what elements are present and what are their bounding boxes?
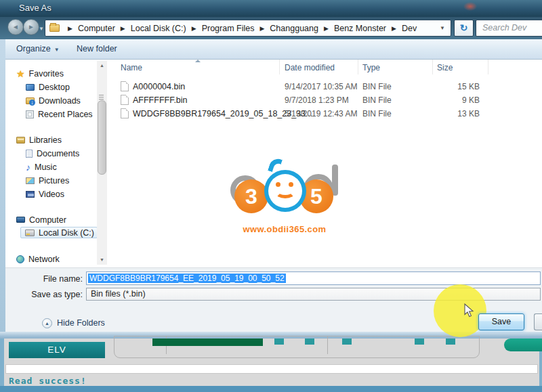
bin-file-icon	[121, 81, 129, 91]
forward-button[interactable]: ►	[23, 19, 39, 35]
nav-history-chevron-icon[interactable]: ▼	[39, 26, 44, 32]
dialog-titlebar: Save As	[0, 0, 542, 17]
videos-icon	[26, 191, 35, 198]
recent-places-icon	[26, 110, 34, 118]
organize-button[interactable]: Organize▼	[16, 39, 60, 59]
app-teal-button	[305, 339, 314, 345]
elv-tab[interactable]: ELV	[9, 342, 105, 358]
documents-icon	[26, 150, 33, 158]
sidebar-item-videos[interactable]: Videos	[26, 188, 64, 200]
save-button[interactable]: Save	[478, 313, 524, 330]
scroll-down-icon[interactable]: ▼	[97, 255, 107, 265]
app-teal-button	[274, 339, 284, 345]
app-progress-bar	[5, 364, 538, 374]
address-bar: ◄ ► ▼ ▶ Computer ▶ Local Disk (C:) ▶ Pro…	[0, 17, 542, 39]
app-window-border	[0, 339, 4, 392]
sidebar-scrollbar[interactable]: ▲ ▼	[97, 61, 107, 265]
watermark-digit-3: 3	[234, 179, 268, 213]
libraries-icon	[16, 137, 25, 144]
sidebar-item-desktop[interactable]: Desktop	[26, 81, 70, 93]
close-icon[interactable]	[463, 2, 477, 11]
breadcrumb-dropdown-icon[interactable]: ▼	[440, 25, 446, 31]
column-divider	[432, 60, 433, 74]
chevron-up-icon: ▲	[42, 318, 52, 328]
breadcrumb-dev[interactable]: Dev	[400, 24, 418, 33]
app-bottom-border	[0, 386, 542, 392]
file-name-input[interactable]: WDDGF8BB9BR179654_EE_2019_05_19_00_50_52	[86, 271, 541, 285]
scroll-up-icon[interactable]: ▲	[97, 61, 107, 70]
new-folder-button[interactable]: New folder	[77, 39, 117, 59]
sidebar-item-libraries[interactable]: Libraries	[16, 134, 62, 146]
sidebar-item-downloads[interactable]: Downloads	[26, 95, 81, 106]
hide-folders-button[interactable]: ▲ Hide Folders	[42, 317, 105, 329]
file-row[interactable]: WDDGF8BB9BR179654_2019_05_18_23_33... 5/…	[115, 107, 495, 121]
breadcrumb-separator-icon: ▶	[324, 25, 329, 32]
breadcrumb-changguang[interactable]: Changguang	[268, 24, 320, 33]
app-teal-button	[415, 339, 424, 345]
cancel-button-cutoff[interactable]	[534, 313, 542, 330]
refresh-button[interactable]: ↻	[454, 20, 474, 37]
desktop-icon	[26, 84, 35, 91]
breadcrumb-local-disk[interactable]: Local Disk (C:)	[129, 24, 188, 33]
dialog-title: Save As	[19, 3, 51, 13]
dialog-left-border	[0, 39, 5, 332]
sort-ascending-icon	[195, 60, 201, 62]
file-row[interactable]: A0000004.bin 9/14/2017 10:35 AM BIN File…	[115, 80, 495, 93]
app-teal-button	[342, 339, 352, 345]
downloads-icon	[26, 97, 35, 104]
scrollbar-thumb[interactable]	[98, 100, 106, 175]
bin-file-icon	[121, 108, 129, 118]
column-header-size[interactable]: Size	[437, 61, 453, 74]
pictures-icon	[26, 177, 35, 184]
breadcrumb-separator-icon: ▶	[121, 25, 125, 32]
sidebar-item-computer[interactable]: Computer	[16, 214, 66, 225]
status-message: Read success!	[9, 376, 87, 386]
save-as-type-label: Save as type:	[5, 288, 83, 301]
computer-icon	[16, 217, 25, 223]
sidebar-item-pictures[interactable]: Pictures	[26, 175, 69, 186]
organize-dropdown-icon: ▼	[54, 47, 60, 53]
mouse-cursor-icon	[463, 303, 474, 321]
column-header-date-modified[interactable]: Date modified	[285, 61, 335, 74]
disk-drive-icon	[25, 230, 35, 236]
breadcrumb-benz-monster[interactable]: Benz Monster	[333, 24, 388, 33]
sidebar-item-recent-places[interactable]: Recent Places	[26, 108, 93, 120]
column-divider	[279, 60, 280, 74]
watermark-url: www.obdii365.com	[230, 224, 339, 234]
breadcrumb-separator-icon: ▶	[68, 25, 72, 32]
file-name-label: File name:	[5, 273, 83, 285]
breadcrumb-program-files[interactable]: Program Files	[201, 24, 256, 33]
scrollbar-grip	[99, 95, 104, 95]
music-note-icon: ♪	[26, 163, 30, 171]
search-input[interactable]: Search Dev	[476, 20, 542, 37]
sidebar-item-documents[interactable]: Documents	[26, 148, 79, 159]
folder-icon	[49, 24, 60, 32]
breadcrumb-separator-icon: ▶	[192, 25, 196, 32]
file-row[interactable]: AFFFFFFF.bin 9/7/2018 1:23 PM BIN File 9…	[115, 93, 495, 107]
breadcrumb-separator-icon: ▶	[392, 25, 396, 32]
network-icon	[16, 255, 24, 263]
command-toolbar: Organize▼ New folder	[0, 39, 542, 60]
breadcrumb-separator-icon: ▶	[259, 25, 264, 32]
app-teal-pill-button[interactable]	[504, 339, 542, 351]
column-header-name[interactable]: Name	[121, 61, 142, 74]
breadcrumb-computer[interactable]: Computer	[77, 24, 117, 33]
bin-file-icon	[121, 95, 129, 105]
smiley-face-icon	[264, 170, 306, 212]
file-name-selected-text: WDDGF8BB9BR179654_EE_2019_05_19_00_50_52	[88, 274, 286, 283]
sidebar-item-network[interactable]: Network	[16, 253, 60, 265]
save-fields-area: File name: WDDGF8BB9BR179654_EE_2019_05_…	[5, 267, 542, 332]
obdii365-watermark: 3 5 www.obdii365.com	[230, 159, 339, 237]
star-icon: ★	[16, 70, 25, 78]
column-header-type[interactable]: Type	[362, 61, 380, 74]
app-green-field	[152, 339, 263, 346]
sidebar-item-favorites[interactable]: ★ Favorites	[16, 68, 64, 79]
save-as-dialog: Save As ◄ ► ▼ ▶ Computer ▶ Local Disk (C…	[0, 0, 542, 339]
app-teal-button	[446, 339, 455, 345]
back-button[interactable]: ◄	[7, 19, 24, 35]
sidebar-item-local-disk-c[interactable]: Local Disk (C:)	[20, 227, 98, 238]
watermark-d-stem	[332, 165, 338, 196]
sidebar-item-music[interactable]: ♪ Music	[26, 161, 57, 173]
dialog-body: ★ Favorites Desktop Downloads Recent Pla…	[5, 60, 542, 267]
column-divider	[358, 60, 358, 74]
